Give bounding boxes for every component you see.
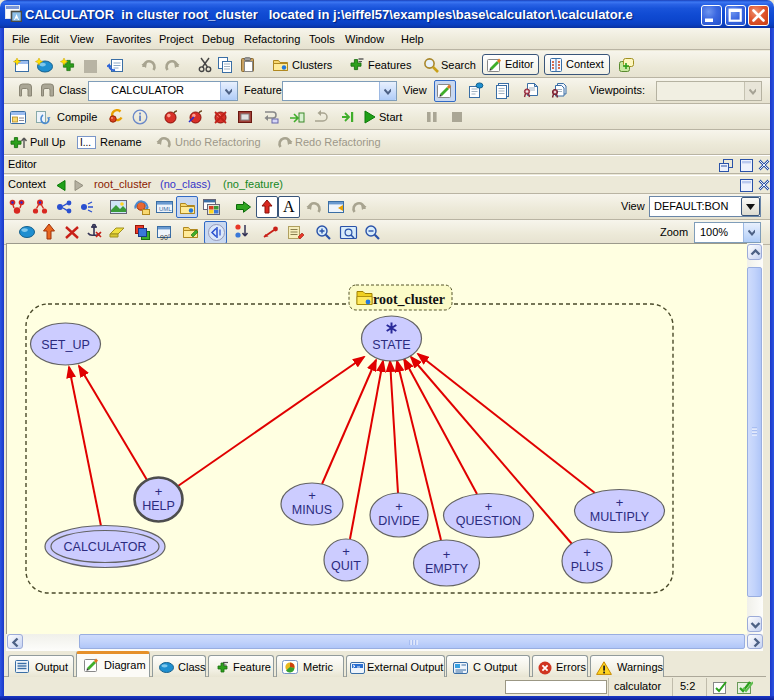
- svg-text:root_cluster: root_cluster: [373, 292, 445, 307]
- svg-text:+: +: [395, 499, 403, 514]
- svg-text:CALCULATOR: CALCULATOR: [64, 540, 147, 554]
- svg-text:SET_UP: SET_UP: [41, 338, 90, 352]
- svg-text:I...: I...: [80, 137, 91, 148]
- svg-text:DIVIDE: DIVIDE: [378, 514, 420, 528]
- svg-text:+: +: [308, 488, 316, 503]
- svg-text:+: +: [155, 484, 163, 499]
- svg-text:QUESTION: QUESTION: [456, 514, 521, 528]
- svg-text:MINUS: MINUS: [292, 503, 332, 517]
- svg-text:UML: UML: [159, 206, 172, 212]
- svg-text:+: +: [583, 545, 591, 560]
- svg-text:+: +: [443, 547, 451, 562]
- svg-text:+: +: [616, 495, 624, 510]
- svg-text:MULTIPLY: MULTIPLY: [590, 510, 650, 524]
- svg-text:+: +: [342, 544, 350, 559]
- svg-text:90°: 90°: [160, 234, 171, 241]
- svg-text:+: +: [485, 499, 493, 514]
- svg-text:PLUS: PLUS: [571, 560, 604, 574]
- svg-text:QUIT: QUIT: [331, 559, 361, 573]
- svg-text:HELP: HELP: [142, 499, 175, 513]
- svg-text:EMPTY: EMPTY: [425, 562, 469, 576]
- svg-text:STATE: STATE: [372, 338, 410, 352]
